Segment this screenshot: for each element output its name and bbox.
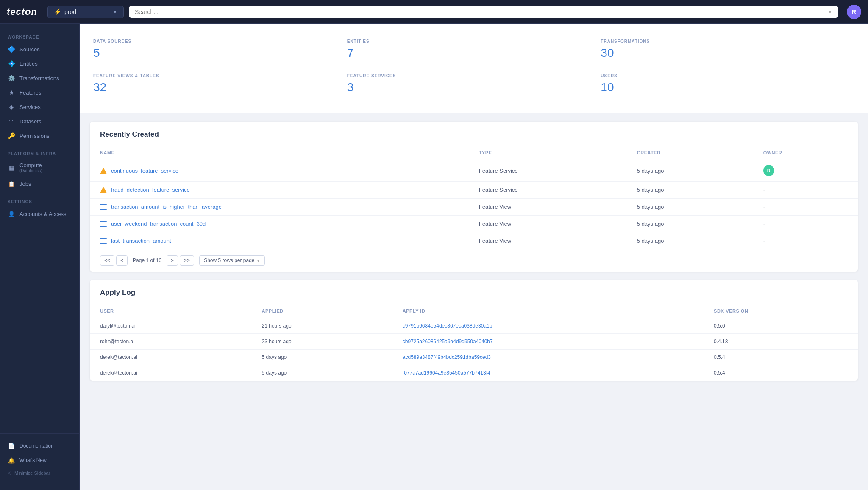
stat-transformations-value: 30 xyxy=(601,46,854,60)
item-name-link[interactable]: last_transaction_amount xyxy=(111,238,171,244)
created-cell: 5 days ago xyxy=(627,182,753,199)
name-cell: fraud_detection_feature_service xyxy=(100,187,459,193)
whats-new-icon: 🔔 xyxy=(8,456,15,464)
topbar: tecton ⚡ prod ▼ ▼ R xyxy=(0,0,868,24)
apply-log-title: Apply Log xyxy=(90,280,858,304)
apply-id-link[interactable]: acd589a3487f49b4bdc2591dba59ced3 xyxy=(403,354,491,360)
pagination-row: << < Page 1 of 10 > >> Show 5 rows per p… xyxy=(90,249,858,272)
prev-page-button[interactable]: < xyxy=(116,255,128,266)
feature-service-icon xyxy=(100,187,107,193)
entities-icon: 💠 xyxy=(8,60,15,67)
owner-cell: - xyxy=(753,232,858,249)
next-page-button[interactable]: > xyxy=(167,255,178,266)
workspace-selector[interactable]: ⚡ prod ▼ xyxy=(47,6,124,18)
stat-data-sources: DATA SOURCES 5 xyxy=(93,34,347,68)
owner-cell: - xyxy=(753,216,858,232)
sidebar-item-permissions[interactable]: 🔑 Permissions xyxy=(0,129,79,143)
sidebar-item-whats-new[interactable]: 🔔 What's New xyxy=(0,453,79,468)
apply-id-link[interactable]: c9791b6684e54dec867eca038de30a1b xyxy=(403,323,492,329)
main-layout: WORKSPACE 🔷 Sources 💠 Entities ⚙️ Transf… xyxy=(0,24,868,490)
col-created: Created xyxy=(627,146,753,160)
table-row: user_weekend_transaction_count_30d Featu… xyxy=(90,216,858,232)
apply-id-link[interactable]: cb9725a26086425a9a4d9d950a4040b7 xyxy=(403,339,493,344)
col-sdk-version: SDK Version xyxy=(704,304,858,318)
sidebar: WORKSPACE 🔷 Sources 💠 Entities ⚙️ Transf… xyxy=(0,24,80,490)
workspace-section-label: WORKSPACE xyxy=(0,31,79,42)
sources-icon: 🔷 xyxy=(8,45,15,53)
page-info: Page 1 of 10 xyxy=(133,258,161,263)
feature-service-icon xyxy=(100,168,107,174)
minimize-sidebar-button[interactable]: ◁ Minimize Sidebar xyxy=(0,468,79,478)
stat-feature-services-label: FEATURE SERVICES xyxy=(347,73,601,78)
col-apply-id: Apply ID xyxy=(392,304,704,318)
col-owner: Owner xyxy=(753,146,858,160)
table-row: fraud_detection_feature_service Feature … xyxy=(90,182,858,199)
last-page-button[interactable]: >> xyxy=(180,255,194,266)
stat-entities-value: 7 xyxy=(347,46,601,60)
stat-data-sources-value: 5 xyxy=(93,46,347,60)
recently-created-title: Recently Created xyxy=(90,122,858,146)
accounts-icon: 👤 xyxy=(8,210,15,218)
recently-created-section: Recently Created Name Type Created Owner… xyxy=(90,122,858,272)
sidebar-item-documentation[interactable]: 📄 Documentation xyxy=(0,439,79,453)
created-cell: 5 days ago xyxy=(627,232,753,249)
table-row: last_transaction_amount Feature View 5 d… xyxy=(90,232,858,249)
user-cell: rohit@tecton.ai xyxy=(90,334,252,350)
applied-cell: 5 days ago xyxy=(252,365,392,381)
col-user: User xyxy=(90,304,252,318)
sidebar-item-transformations[interactable]: ⚙️ Transformations xyxy=(0,71,79,85)
sidebar-item-accounts[interactable]: 👤 Accounts & Access xyxy=(0,207,79,221)
type-cell: Feature View xyxy=(469,199,627,216)
item-name-link[interactable]: continuous_feature_service xyxy=(111,168,178,174)
search-bar[interactable]: ▼ xyxy=(129,6,838,18)
created-cell: 5 days ago xyxy=(627,199,753,216)
owner-dash: - xyxy=(763,204,765,210)
compute-icon: ▦ xyxy=(8,164,15,171)
stat-transformations: TRANSFORMATIONS 30 xyxy=(601,34,854,68)
created-cell: 5 days ago xyxy=(627,160,753,182)
platform-section-label: PLATFORM & INFRA xyxy=(0,147,79,159)
transformations-icon: ⚙️ xyxy=(8,74,15,82)
type-cell: Feature Service xyxy=(469,160,627,182)
docs-icon: 📄 xyxy=(8,442,15,450)
chevron-down-icon: ▼ xyxy=(113,9,117,14)
datasets-icon: 🗃 xyxy=(8,118,15,125)
item-name-link[interactable]: fraud_detection_feature_service xyxy=(111,187,190,193)
apply-id-link[interactable]: f077a7ad19604a9e85450a577b7413f4 xyxy=(403,370,490,376)
sidebar-item-datasets[interactable]: 🗃 Datasets xyxy=(0,114,79,129)
stat-entities: ENTITIES 7 xyxy=(347,34,601,68)
sidebar-item-features[interactable]: ★ Features xyxy=(0,85,79,100)
table-row: rohit@tecton.ai 23 hours ago cb9725a2608… xyxy=(90,334,858,350)
stat-data-sources-label: DATA SOURCES xyxy=(93,39,347,44)
table-row: derek@tecton.ai 5 days ago acd589a3487f4… xyxy=(90,350,858,365)
table-row: daryl@tecton.ai 21 hours ago c9791b6684e… xyxy=(90,318,858,334)
rows-per-page-select[interactable]: Show 5 rows per page ▼ xyxy=(199,255,265,266)
apply-id-cell: cb9725a26086425a9a4d9d950a4040b7 xyxy=(392,334,704,350)
feature-view-icon xyxy=(100,238,107,244)
item-name-link[interactable]: transaction_amount_is_higher_than_averag… xyxy=(111,204,222,210)
user-avatar[interactable]: R xyxy=(847,5,861,19)
sidebar-item-sources[interactable]: 🔷 Sources xyxy=(0,42,79,56)
item-name-link[interactable]: user_weekend_transaction_count_30d xyxy=(111,221,206,227)
main-content: DATA SOURCES 5 ENTITIES 7 TRANSFORMATION… xyxy=(80,24,868,490)
applied-cell: 5 days ago xyxy=(252,350,392,365)
sidebar-item-services[interactable]: ◈ Services xyxy=(0,100,79,114)
name-cell: last_transaction_amount xyxy=(100,238,459,244)
stat-users: USERS 10 xyxy=(601,68,854,103)
sdk-version-cell: 0.4.13 xyxy=(704,334,858,350)
stat-entities-label: ENTITIES xyxy=(347,39,601,44)
type-cell: Feature View xyxy=(469,216,627,232)
name-cell: continuous_feature_service xyxy=(100,168,459,174)
type-cell: Feature Service xyxy=(469,182,627,199)
sidebar-item-entities[interactable]: 💠 Entities xyxy=(0,56,79,71)
name-cell: transaction_amount_is_higher_than_averag… xyxy=(100,204,459,210)
sidebar-item-compute[interactable]: ▦ Compute (Databricks) xyxy=(0,159,79,176)
sidebar-item-jobs[interactable]: 📋 Jobs xyxy=(0,176,79,191)
search-input[interactable] xyxy=(135,8,828,15)
user-cell: derek@tecton.ai xyxy=(90,365,252,381)
applied-cell: 23 hours ago xyxy=(252,334,392,350)
first-page-button[interactable]: << xyxy=(100,255,114,266)
settings-section-label: SETTINGS xyxy=(0,195,79,207)
features-icon: ★ xyxy=(8,89,15,96)
sdk-version-cell: 0.5.0 xyxy=(704,318,858,334)
